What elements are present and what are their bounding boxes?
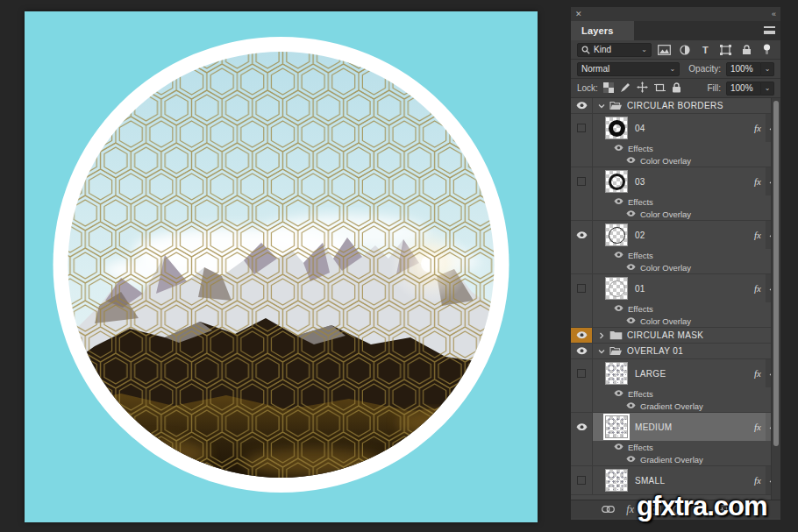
effect-item-row[interactable]: Color Overlay	[593, 154, 780, 167]
fill-input[interactable]: 100%	[726, 82, 761, 96]
eye-visible-icon[interactable]	[576, 231, 588, 238]
visibility-cell[interactable]	[571, 167, 593, 220]
eye-visible-icon[interactable]	[576, 102, 588, 109]
chevron-down-icon[interactable]	[598, 348, 605, 355]
eye-visible-icon[interactable]	[614, 390, 623, 396]
lock-artboard-icon[interactable]	[654, 82, 666, 95]
group-row-circular-mask[interactable]: CIRCULAR MASK	[571, 328, 780, 344]
effect-item-row[interactable]: Gradient Overlay	[593, 400, 780, 412]
eye-hidden-toggle[interactable]	[577, 124, 586, 132]
filter-kind-dropdown[interactable]: Kind ⌄	[577, 43, 652, 57]
layer-list-scrollbar[interactable]	[771, 98, 780, 500]
eye-hidden-toggle[interactable]	[577, 177, 586, 186]
layer-thumbnail[interactable]	[605, 469, 628, 492]
add-layer-style-icon[interactable]: fx	[626, 503, 634, 516]
layer-name[interactable]: 03	[635, 177, 645, 187]
eye-visible-icon[interactable]	[576, 331, 588, 338]
eye-visible-icon[interactable]	[576, 423, 588, 430]
eye-visible-icon[interactable]	[614, 305, 623, 311]
layer-name[interactable]: 02	[635, 231, 645, 240]
group-name[interactable]: CIRCULAR MASK	[627, 330, 703, 340]
eye-visible-icon[interactable]	[626, 157, 636, 163]
layer-row-large[interactable]: LARGEfx	[593, 359, 780, 387]
effect-item-row[interactable]: Color Overlay	[593, 261, 780, 273]
visibility-cell[interactable]	[571, 114, 593, 167]
eye-hidden-toggle[interactable]	[577, 369, 586, 378]
layer-thumbnail[interactable]	[605, 362, 628, 385]
effect-item-row[interactable]: Color Overlay	[593, 208, 780, 220]
opacity-input[interactable]: 100%	[726, 62, 761, 76]
layer-row-04[interactable]: 04fx	[593, 114, 780, 142]
group-row-overlay-01[interactable]: OVERLAY 01	[571, 344, 780, 359]
layer-name[interactable]: LARGE	[635, 369, 666, 379]
blend-mode-dropdown[interactable]: Normal ⌄	[577, 62, 680, 76]
eye-visible-icon[interactable]	[614, 252, 623, 258]
eye-hidden-toggle[interactable]	[577, 284, 586, 293]
layer-thumbnail[interactable]	[605, 170, 628, 193]
chevron-down-icon[interactable]	[598, 103, 605, 110]
eye-visible-icon[interactable]	[626, 317, 636, 323]
layer-row-02[interactable]: 02fx	[593, 221, 780, 249]
collapse-panel-icon[interactable]: «	[772, 10, 776, 18]
lock-pixels-icon[interactable]	[620, 82, 631, 95]
effects-row[interactable]: Effects	[593, 249, 780, 261]
eye-visible-icon[interactable]	[614, 443, 623, 450]
scrollbar-thumb[interactable]	[773, 101, 779, 446]
effect-item-row[interactable]: Color Overlay	[593, 315, 780, 327]
eye-visible-icon[interactable]	[614, 198, 623, 204]
lock-transparency-icon[interactable]	[603, 82, 614, 95]
effects-row[interactable]: Effects	[593, 387, 780, 400]
panel-menu-icon[interactable]	[764, 26, 775, 34]
layer-row-03[interactable]: 03fx	[593, 167, 780, 195]
visibility-cell[interactable]	[571, 98, 593, 113]
layer-name[interactable]: 04	[635, 124, 645, 133]
eye-hidden-toggle[interactable]	[577, 476, 586, 485]
tab-layers[interactable]: Layers	[571, 21, 634, 40]
chevron-right-icon[interactable]	[598, 332, 605, 339]
eye-visible-icon[interactable]	[626, 210, 636, 216]
visibility-cell[interactable]	[571, 344, 593, 358]
eye-visible-icon[interactable]	[626, 456, 636, 462]
visibility-cell[interactable]	[571, 274, 593, 327]
visibility-cell[interactable]	[571, 359, 593, 412]
eye-visible-icon[interactable]	[576, 347, 588, 354]
layer-thumbnail[interactable]	[605, 277, 628, 300]
visibility-cell[interactable]	[571, 221, 593, 273]
layer-thumbnail[interactable]	[605, 117, 628, 139]
layer-row-medium[interactable]: MEDIUMfx	[593, 413, 780, 441]
document-canvas[interactable]	[25, 11, 538, 522]
pixel-layer-filter-icon[interactable]	[657, 43, 672, 57]
visibility-cell[interactable]	[571, 413, 593, 465]
lock-position-icon[interactable]	[637, 82, 648, 95]
layer-name[interactable]: MEDIUM	[635, 422, 672, 432]
type-layer-filter-icon[interactable]: T	[698, 43, 713, 57]
layer-thumbnail[interactable]	[605, 223, 628, 246]
group-name[interactable]: OVERLAY 01	[627, 346, 683, 356]
layer-thumbnail[interactable]	[605, 415, 628, 438]
group-row-circular-borders[interactable]: CIRCULAR BORDERS	[571, 98, 780, 114]
opacity-dropdown-button[interactable]: ⌄	[761, 62, 774, 76]
eye-visible-icon[interactable]	[614, 145, 623, 151]
lock-all-icon[interactable]	[672, 82, 681, 95]
effect-item-row[interactable]: Gradient Overlay	[593, 453, 780, 465]
shape-layer-filter-icon[interactable]	[718, 43, 733, 57]
lock-label: Lock:	[577, 83, 598, 93]
eye-visible-icon[interactable]	[626, 264, 636, 270]
link-layers-icon[interactable]	[602, 506, 615, 513]
eye-visible-icon[interactable]	[626, 402, 636, 408]
visibility-cell[interactable]	[571, 466, 593, 494]
filter-toggle-pin-icon[interactable]	[759, 43, 774, 57]
close-icon[interactable]: ✕	[575, 10, 582, 18]
effects-row[interactable]: Effects	[593, 441, 780, 453]
effects-row[interactable]: Effects	[593, 195, 780, 208]
layer-row-01[interactable]: 01fx	[593, 274, 780, 302]
effects-row[interactable]: Effects	[593, 302, 780, 315]
visibility-cell[interactable]	[571, 328, 593, 343]
layer-name[interactable]: 01	[635, 284, 645, 294]
effects-row[interactable]: Effects	[593, 142, 780, 154]
adjustment-layer-filter-icon[interactable]	[677, 43, 692, 57]
group-name[interactable]: CIRCULAR BORDERS	[627, 101, 723, 110]
fill-dropdown-button[interactable]: ⌄	[761, 82, 774, 96]
smart-object-filter-icon[interactable]	[738, 43, 753, 57]
layer-name[interactable]: SMALL	[635, 476, 665, 486]
